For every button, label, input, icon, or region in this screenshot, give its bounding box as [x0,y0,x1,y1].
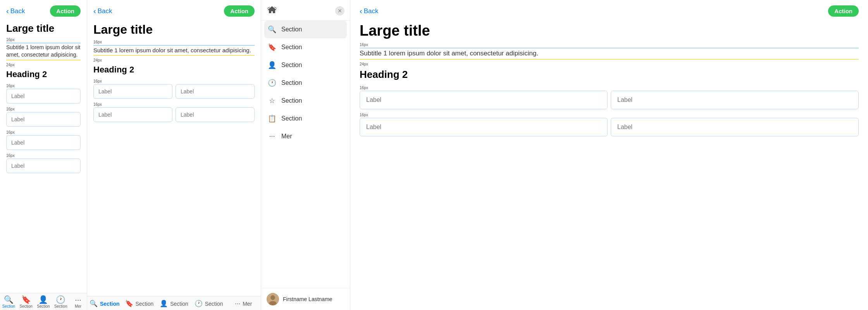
back-label-p2: Back [98,7,112,15]
blue-spacer-p4 [360,48,859,48]
field1b-p2[interactable] [176,84,255,99]
yellow-spacer-p2 [93,55,255,56]
tab-bar-p1: 🔍 Section 🔖 Section 👤 Section 🕐 Section … [0,293,87,310]
heading2-p2: Heading 2 [93,65,255,75]
tab-section2-p1[interactable]: 🔖 Section [17,296,35,308]
panel-sidebar: × 🔍 Section 🔖 Section 👤 Section 🕐 Sectio… [261,0,350,310]
action-button-p4[interactable]: Action [828,5,859,17]
tab-section1-p1[interactable]: 🔍 Section [0,296,17,308]
sidebar-nav: 🔍 Section 🔖 Section 👤 Section 🕐 Section … [261,21,350,288]
spacer2-p1: 24px [6,63,15,67]
blue-spacer-p2 [93,45,255,46]
panel-mobile: ‹ Back Action Large title 16px Subtitle … [0,0,87,310]
subtitle-p4: Subtitle 1 lorem ipsum dolor sit amet, c… [360,49,859,58]
bookmark-icon-p2: 🔖 [125,300,133,307]
heading2-p4: Heading 2 [360,69,859,81]
blue-spacer-p1 [6,43,81,43]
back-label-p1: Back [10,7,25,15]
sidebar-header: × [261,0,350,21]
field1b-p4[interactable] [611,91,859,109]
spacer3-p2: 16px [93,79,102,83]
back-button-p1[interactable]: ‹ Back [6,7,25,15]
search-icon-p2: 🔍 [90,300,98,307]
chevron-left-icon-p2: ‹ [93,7,96,15]
field1-p1[interactable] [6,89,81,103]
tab-section2-p2[interactable]: 🔖 Section [122,300,157,307]
field2a-p2[interactable] [93,107,172,122]
tab-section4-p1[interactable]: 🕐 Section [52,296,69,308]
tab-more-p1[interactable]: ··· Mer [69,296,87,308]
subtitle-p2: Subtitle 1 lorem ipsum dolor sit amet, c… [93,46,255,54]
clock-icon-p2: 🕐 [195,300,203,307]
spacer4-p4: 16px [360,113,368,117]
field1a-p2[interactable] [93,84,172,99]
tab-label-section2-p2: Section [136,301,154,307]
field3-p1[interactable] [6,135,81,150]
sidebar-label-section5: Section [281,97,302,104]
back-button-p4[interactable]: ‹ Back [360,7,378,15]
panel-desktop: ‹ Back Action Large title 16px Subtitle … [350,0,868,310]
content-area-p1: Large title 16px Subtitle 1 lorem ipsum … [0,20,87,293]
field2-p1[interactable] [6,112,81,127]
sidebar-bottom: Firstname Lastname [261,288,350,310]
tab-section4-p2[interactable]: 🕐 Section [191,300,226,307]
tab-label-section3-p1: Section [37,304,50,308]
heading2-p1: Heading 2 [6,69,81,79]
tab-section3-p1[interactable]: 👤 Section [35,296,52,308]
logo-icon [267,5,277,16]
tab-label-section4-p2: Section [205,301,223,307]
tab-section1-p2[interactable]: 🔍 Section [87,300,122,307]
sidebar-item-section3[interactable]: 👤 Section [261,56,350,74]
more-icon-sidebar: ··· [267,132,277,140]
tab-label-section4-p1: Section [54,304,67,308]
grid-icon-sidebar: 📋 [267,114,277,123]
sidebar-item-section5[interactable]: ☆ Section [261,92,350,110]
person-icon-p1: 👤 [38,296,48,303]
field-row2-p4 [360,118,859,136]
spacer4-p2: 16px [93,102,102,107]
field2b-p4[interactable] [611,118,859,136]
action-button-p1[interactable]: Action [50,5,81,17]
spacer1-p4: 16px [360,43,368,47]
field4-p1[interactable] [6,158,81,173]
spacer2-p2: 24px [93,58,102,62]
tab-more-p2[interactable]: ··· Mer [226,300,261,307]
tab-label-section1-p1: Section [2,304,15,308]
tab-label-section2-p1: Section [20,304,33,308]
tab-label-more-p2: Mer [243,301,252,307]
action-button-p2[interactable]: Action [224,5,255,17]
tab-label-section3-p2: Section [170,301,188,307]
spacer2-p4: 24px [360,62,368,66]
close-button[interactable]: × [335,6,344,16]
close-icon: × [338,7,342,15]
panel-tablet: ‹ Back Action Large title 16px Subtitle … [87,0,261,310]
back-button-p2[interactable]: ‹ Back [93,7,112,15]
sidebar-item-more[interactable]: ··· Mer [261,127,350,145]
tab-section3-p2[interactable]: 👤 Section [157,300,191,307]
field2b-p2[interactable] [176,107,255,122]
field-row1-p4 [360,91,859,109]
search-icon-sidebar: 🔍 [267,25,277,34]
sidebar-item-section2[interactable]: 🔖 Section [261,38,350,56]
person-icon-p2: 👤 [160,300,168,307]
person-icon-sidebar: 👤 [267,61,277,69]
sidebar-item-section1[interactable]: 🔍 Section [264,21,347,38]
sidebar-item-section4[interactable]: 🕐 Section [261,74,350,92]
nav-bar-p4: ‹ Back Action [350,0,868,20]
avatar [267,293,279,305]
subtitle-p1: Subtitle 1 lorem ipsum dolor sit amet, c… [6,44,81,59]
tab-label-more-p1: Mer [75,304,81,308]
sidebar-item-section6[interactable]: 📋 Section [261,110,350,127]
field1a-p4[interactable] [360,91,608,109]
clock-icon-sidebar: 🕐 [267,79,277,87]
tab-bar-p2: 🔍 Section 🔖 Section 👤 Section 🕐 Section … [87,296,261,310]
spacer5-p1: 16px [6,130,15,134]
spacer4-p1: 16px [6,107,15,111]
clock-icon-p1: 🕐 [56,296,65,303]
sidebar-label-section3: Section [281,62,302,69]
field2a-p4[interactable] [360,118,608,136]
sidebar-label-more: Mer [281,133,292,140]
yellow-spacer-p4 [360,59,859,60]
more-icon-p1: ··· [75,296,81,303]
content-area-p2: Large title 16px Subtitle 1 lorem ipsum … [87,20,261,296]
